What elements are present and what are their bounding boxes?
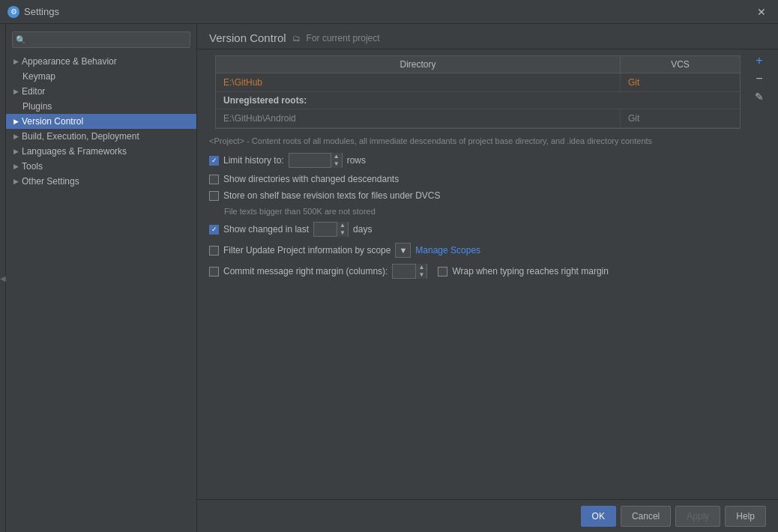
edit-vcs-button[interactable]: ✎ [751,88,768,105]
cancel-button[interactable]: Cancel [621,506,671,527]
content-title: Version Control [209,31,286,44]
sidebar-item-label: Editor [22,86,45,97]
app-icon: ⚙ [7,6,19,18]
search-input[interactable] [12,31,190,48]
sidebar-item-appearance[interactable]: ▶ Appearance & Behavior [6,54,196,69]
show-changed-row: Show changed in last 31 ▲ ▼ days [209,222,766,237]
sidebar-item-label: Version Control [22,116,83,127]
store-shelf-checkbox[interactable] [209,191,219,201]
for-project-label: For current project [307,33,380,43]
left-edge: ◀ [0,24,6,532]
spinner-buttons: ▲ ▼ [415,264,426,279]
table-action-buttons: + − ✎ [750,49,769,132]
sidebar-item-build[interactable]: ▶ Build, Execution, Deployment [6,129,196,144]
content-spacer [197,283,778,499]
spinner-buttons: ▲ ▼ [331,153,342,168]
sidebar-item-label: Tools [22,161,43,172]
content-header: Version Control 🗂 For current project [197,24,778,49]
filter-update-checkbox[interactable] [209,246,219,256]
title-bar: ⚙ Settings ✕ [0,0,778,24]
search-icon: 🔍 [16,35,26,45]
unregistered-header: Unregistered roots: [216,92,740,109]
row-vcs: Git [620,109,740,127]
arrow-icon: ▶ [13,88,19,95]
sidebar-item-label: Build, Execution, Deployment [22,131,139,142]
spin-down-button[interactable]: ▼ [337,229,348,237]
limit-history-row: Limit history to: 1,000 ▲ ▼ rows [209,153,766,168]
show-changed-spinner: 31 ▲ ▼ [313,222,349,237]
table-row[interactable]: E:\GitHub Git [216,73,740,92]
wrap-checkbox[interactable] [438,267,447,276]
row-dir: E:\GitHub\Android [216,109,620,127]
col-vcs-header: VCS [620,56,740,73]
arrow-icon: ▶ [13,163,19,170]
spinner-buttons: ▲ ▼ [337,222,348,237]
ok-button[interactable]: OK [581,506,616,527]
commit-margin-checkbox[interactable] [209,267,219,276]
window-title: Settings [24,6,59,17]
sidebar: 🔍 ▶ Appearance & Behavior Keymap ▶ Edito… [6,24,197,532]
sidebar-item-label: Other Settings [22,176,79,187]
main-content: ◀ 🔍 ▶ Appearance & Behavior Keymap ▶ Edi… [0,24,778,532]
store-shelf-label: Store on shelf base revision texts for f… [223,190,440,201]
remove-vcs-button[interactable]: − [751,70,768,87]
vcs-table: Directory VCS E:\GitHub Git Unregistered… [215,55,741,129]
filter-update-label: Filter Update Project information by sco… [223,245,390,256]
table-row[interactable]: E:\GitHub\Android Git [216,109,740,128]
show-changed-input[interactable]: 31 [314,224,337,235]
limit-history-input[interactable]: 1,000 [289,155,331,166]
close-button[interactable]: ✕ [753,4,771,19]
show-dirs-label: Show directories with changed descendant… [223,174,399,184]
sidebar-item-tools[interactable]: ▶ Tools [6,159,196,174]
arrow-icon: ▶ [13,178,19,185]
show-dirs-row: Show directories with changed descendant… [209,174,766,184]
settings-window: ⚙ Settings ✕ ◀ 🔍 ▶ Appearance & Behavior… [0,0,778,532]
show-changed-checkbox[interactable] [209,225,219,235]
manage-scopes-link[interactable]: Manage Scopes [415,245,480,256]
sidebar-item-other-settings[interactable]: ▶ Other Settings [6,174,196,189]
edge-arrow-icon: ◀ [0,274,6,282]
sidebar-item-label: Plugins [22,101,52,112]
store-shelf-note: File texts bigger than 500K are not stor… [209,207,766,216]
sidebar-item-languages[interactable]: ▶ Languages & Frameworks [6,144,196,159]
spin-down-button[interactable]: ▼ [416,271,426,279]
commit-margin-input[interactable]: 72 [393,266,415,276]
sidebar-item-editor[interactable]: ▶ Editor [6,84,196,99]
show-changed-label: Show changed in last [223,224,309,235]
spin-down-button[interactable]: ▼ [331,160,342,168]
add-vcs-button[interactable]: + [751,52,768,69]
sidebar-item-plugins[interactable]: Plugins [6,99,196,114]
sidebar-item-version-control[interactable]: ▶ Version Control [6,114,196,129]
help-button[interactable]: Help [725,506,766,527]
options-section: Limit history to: 1,000 ▲ ▼ rows Show di… [197,148,778,283]
spin-up-button[interactable]: ▲ [416,264,426,271]
commit-margin-row: Commit message right margin (columns): 7… [209,264,766,279]
apply-button[interactable]: Apply [675,506,720,527]
sidebar-item-label: Languages & Frameworks [22,146,127,157]
sidebar-item-label: Keymap [22,71,55,82]
limit-history-suffix: rows [347,155,366,166]
limit-history-checkbox[interactable] [209,156,219,166]
sidebar-item-label: Appearance & Behavior [22,56,117,67]
project-icon: 🗂 [292,34,301,43]
arrow-icon: ▶ [13,133,19,140]
vcs-table-wrap: Directory VCS E:\GitHub Git Unregistered… [206,49,750,132]
col-dir-header: Directory [216,56,620,73]
arrow-icon: ▶ [13,148,19,155]
sidebar-item-keymap[interactable]: Keymap [6,69,196,84]
spin-up-button[interactable]: ▲ [337,222,348,229]
content-area: Version Control 🗂 For current project Di… [197,24,778,532]
arrow-icon: ▶ [13,118,19,125]
search-box: 🔍 [12,31,190,48]
spin-up-button[interactable]: ▲ [331,153,342,160]
vcs-table-section: Directory VCS E:\GitHub Git Unregistered… [206,49,769,132]
store-shelf-row: Store on shelf base revision texts for f… [209,190,766,201]
filter-update-row: Filter Update Project information by sco… [209,243,766,258]
commit-margin-label: Commit message right margin (columns): [223,266,388,276]
vcs-table-header: Directory VCS [216,56,740,73]
vcs-table-body: E:\GitHub Git Unregistered roots: E:\Git… [216,73,740,128]
filter-dropdown-button[interactable]: ▼ [395,243,411,258]
show-dirs-checkbox[interactable] [209,175,219,184]
wrap-label: Wrap when typing reaches right margin [452,266,609,276]
row-dir: E:\GitHub [216,73,620,91]
